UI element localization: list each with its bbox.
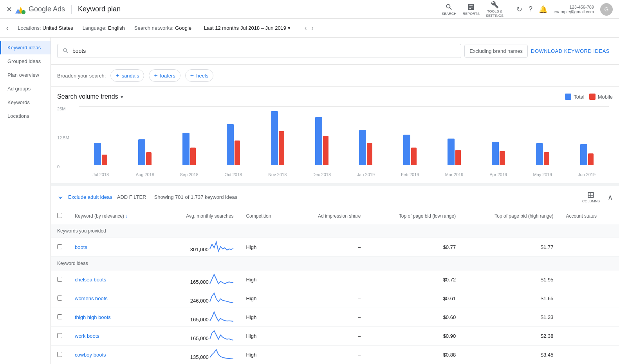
- row-checkbox[interactable]: [57, 314, 62, 319]
- user-avatar[interactable]: G: [600, 3, 613, 16]
- main-content: Excluding brand names DOWNLOAD KEYWORD I…: [51, 38, 619, 364]
- total-bar: [580, 144, 587, 165]
- chart-bars-area: [79, 106, 609, 165]
- sidebar-item-ad-groups[interactable]: Ad groups: [0, 82, 51, 96]
- add-filter-button[interactable]: ADD FILTER: [117, 194, 146, 200]
- x-label: Jan 2019: [344, 172, 388, 177]
- broaden-loafers-tag[interactable]: + loafers: [149, 69, 180, 82]
- sidebar-item-keywords[interactable]: Keywords: [0, 96, 51, 109]
- chart-area: 25M 12.5M 0 Jul 2018Aug 2018Sep 2018Oct …: [57, 106, 613, 177]
- keyword-header[interactable]: Keyword (by relevance) ↓: [69, 208, 158, 224]
- ad-impression-header[interactable]: Ad impression share: [291, 208, 367, 224]
- nav-icon-divider: [510, 3, 510, 16]
- search-nav-btn[interactable]: SEARCH: [442, 3, 457, 16]
- plus-icon: +: [154, 72, 157, 79]
- select-all-header[interactable]: [51, 208, 69, 224]
- tools-icon: [491, 1, 499, 9]
- keyword-header-label: Keyword (by relevance): [75, 213, 124, 219]
- month-bar-group: [565, 144, 609, 165]
- x-label: Mar 2019: [432, 172, 476, 177]
- y-label-25m: 25M: [57, 106, 77, 111]
- month-bar-group: [476, 142, 520, 165]
- total-bar: [315, 117, 322, 165]
- sandals-label: sandals: [122, 73, 139, 79]
- month-bar-group: [388, 135, 432, 165]
- row-checkbox[interactable]: [57, 277, 62, 282]
- google-ads-logo-icon: [15, 4, 26, 15]
- help-icon[interactable]: ?: [529, 5, 532, 13]
- chart-legend: Total Mobile: [565, 94, 613, 100]
- notifications-icon[interactable]: 🔔: [539, 5, 547, 14]
- sparkline-chart: [210, 293, 233, 303]
- network-label: Search networks:: [134, 25, 173, 31]
- search-box[interactable]: [57, 44, 461, 58]
- columns-button[interactable]: COLUMNS: [582, 191, 600, 203]
- chart-title: Search volume trends: [57, 93, 118, 100]
- broaden-sandals-tag[interactable]: + sandals: [110, 69, 144, 82]
- x-label: Jul 2018: [79, 172, 123, 177]
- filter-bar: ‹ Locations: United States Language: Eng…: [0, 19, 619, 38]
- network-value[interactable]: Google: [175, 25, 191, 31]
- keyword-search-input[interactable]: [72, 48, 456, 54]
- user-info: 123-456-789 example@gmail.com: [554, 5, 594, 14]
- date-prev-button[interactable]: ‹: [303, 23, 308, 33]
- language-value[interactable]: English: [108, 25, 125, 31]
- sort-icon: ↓: [125, 214, 127, 218]
- exclude-brand-button[interactable]: Excluding brand names: [464, 45, 528, 58]
- mobile-bar: [588, 153, 594, 165]
- ad-impression-cell: –: [291, 327, 367, 346]
- mobile-bar: [102, 155, 107, 165]
- date-next-button[interactable]: ›: [310, 23, 315, 33]
- tools-nav-btn[interactable]: TOOLS &SETTINGS: [486, 1, 504, 18]
- sparkline-chart: [210, 350, 233, 359]
- sidebar-item-locations[interactable]: Locations: [0, 109, 51, 123]
- y-label-12m: 12.5M: [57, 135, 77, 140]
- select-all-checkbox[interactable]: [57, 213, 62, 218]
- sidebar-locations-label: Locations: [7, 113, 29, 119]
- download-keyword-ideas-button[interactable]: DOWNLOAD KEYWORD IDEAS: [528, 45, 613, 57]
- row-checkbox[interactable]: [57, 296, 62, 301]
- date-range-button[interactable]: Last 12 months Jul 2018 – Jun 2019 ▾: [201, 23, 294, 32]
- chart-dropdown-icon[interactable]: ▾: [121, 94, 123, 100]
- avg-monthly-cell: 135,000: [158, 346, 240, 364]
- sparkline-chart: [210, 331, 233, 340]
- row-checkbox[interactable]: [57, 333, 62, 338]
- loafers-label: loafers: [160, 73, 175, 79]
- chart-section: Search volume trends ▾ Total Mobile: [51, 87, 619, 183]
- account-status-cell: [559, 308, 619, 327]
- exclude-adult-link[interactable]: Exclude adult ideas: [68, 194, 112, 200]
- top-bid-low-cell: $0.60: [367, 308, 462, 327]
- broaden-section: Broaden your search: + sandals + loafers…: [51, 65, 619, 87]
- broaden-heels-tag[interactable]: + heels: [185, 69, 213, 82]
- broaden-label: Broaden your search:: [57, 73, 106, 79]
- total-bar: [271, 111, 278, 165]
- top-bid-low-header[interactable]: Top of page bid (low range): [367, 208, 462, 224]
- account-status-cell: [559, 238, 619, 257]
- competition-header[interactable]: Competition: [240, 208, 291, 224]
- avg-monthly-cell: 301,000: [158, 238, 240, 257]
- sidebar-item-plan-overview[interactable]: Plan overview: [0, 68, 51, 82]
- sidebar-toggle-icon[interactable]: ‹: [6, 25, 8, 32]
- keyword-cell: boots: [69, 238, 158, 257]
- close-icon[interactable]: ✕: [6, 5, 12, 14]
- reports-nav-btn[interactable]: REPORTS: [463, 3, 480, 16]
- refresh-icon[interactable]: ↻: [516, 5, 522, 14]
- tools-nav-label: TOOLS &SETTINGS: [486, 9, 504, 18]
- locations-value[interactable]: United States: [43, 25, 73, 31]
- avg-monthly-header[interactable]: Avg. monthly searches: [158, 208, 240, 224]
- google-ads-logo: Google Ads: [15, 4, 65, 15]
- row-checkbox[interactable]: [57, 352, 62, 357]
- x-label: Feb 2019: [388, 172, 432, 177]
- mobile-bar: [190, 148, 196, 165]
- collapse-button[interactable]: ∧: [608, 193, 613, 202]
- x-label: Oct 2018: [211, 172, 255, 177]
- total-bar: [403, 135, 410, 165]
- sidebar-item-keyword-ideas[interactable]: Keyword ideas: [0, 41, 51, 54]
- nav-divider: [71, 5, 72, 14]
- app-name: Google Ads: [29, 5, 65, 13]
- sidebar-item-grouped-ideas[interactable]: Grouped ideas: [0, 54, 51, 68]
- row-checkbox[interactable]: [57, 244, 62, 249]
- account-status-header[interactable]: Account status: [559, 208, 619, 224]
- total-bar: [138, 139, 145, 165]
- top-bid-high-header[interactable]: Top of page bid (high range): [462, 208, 559, 224]
